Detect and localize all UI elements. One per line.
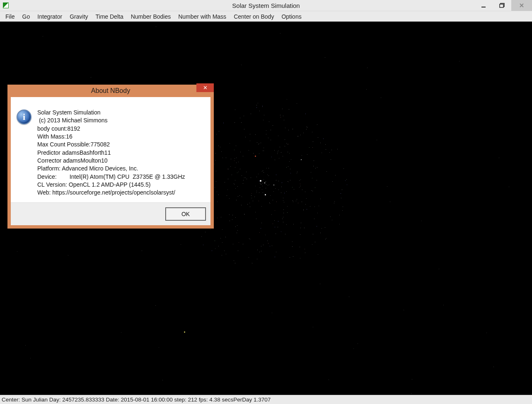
star: [305, 192, 305, 192]
dialog-titlebar[interactable]: About NBody ✕: [7, 85, 214, 97]
star: [412, 379, 412, 380]
star: [241, 122, 242, 123]
star: [280, 33, 281, 34]
star: [311, 190, 312, 191]
about-line-5: Predictor adamsBashforth11: [37, 149, 185, 157]
star: [284, 120, 284, 120]
star: [243, 180, 244, 180]
star: [486, 333, 487, 333]
star: [499, 158, 499, 158]
window-buttons: [474, 0, 532, 11]
star: [272, 313, 272, 313]
star: [269, 202, 270, 203]
star: [261, 251, 261, 251]
minimize-button[interactable]: [474, 0, 493, 11]
star: [216, 181, 216, 182]
menu-number-with-mass[interactable]: Number with Mass: [174, 12, 230, 21]
close-button[interactable]: [511, 0, 532, 11]
star: [43, 36, 43, 37]
star: [287, 99, 287, 100]
star: [305, 249, 305, 249]
star: [318, 137, 318, 138]
star: [291, 159, 291, 160]
menu-integrator[interactable]: Integrator: [34, 12, 66, 21]
star: [223, 123, 224, 123]
star: [307, 127, 307, 127]
star: [237, 173, 237, 173]
menu-options[interactable]: Options: [278, 12, 305, 21]
star: [299, 187, 300, 187]
star: [300, 258, 300, 258]
close-icon: [519, 3, 524, 8]
menu-center-on-body[interactable]: Center on Body: [230, 12, 278, 21]
star: [201, 236, 202, 237]
star: [249, 203, 250, 203]
star: [266, 134, 266, 134]
star: [155, 305, 156, 306]
star: [219, 131, 219, 131]
star: [287, 212, 288, 213]
about-line-3: With Mass:16: [37, 133, 185, 141]
menu-time-delta[interactable]: Time Delta: [92, 12, 127, 21]
menu-gravity[interactable]: Gravity: [66, 12, 92, 21]
star: [281, 231, 281, 232]
star: [300, 180, 301, 180]
menu-number-bodies[interactable]: Number Bodies: [127, 12, 175, 21]
star: [235, 158, 235, 159]
menu-go[interactable]: Go: [19, 12, 34, 21]
star: [282, 183, 282, 183]
ok-button[interactable]: OK: [166, 208, 206, 220]
star: [229, 198, 230, 199]
star: [289, 161, 290, 162]
star: [310, 206, 310, 207]
star: [265, 235, 266, 235]
star: [266, 188, 266, 188]
star: [236, 163, 237, 163]
star: [301, 223, 301, 223]
star: [300, 184, 300, 184]
star: [264, 115, 264, 115]
star: [227, 195, 227, 196]
star: [215, 160, 215, 161]
star: [298, 136, 298, 136]
star: [268, 168, 269, 168]
star: [230, 221, 230, 221]
star: [314, 219, 314, 219]
star: [220, 147, 220, 147]
star: [280, 147, 280, 147]
star: [270, 246, 270, 246]
star: [293, 129, 293, 129]
star: [312, 147, 313, 148]
star: [297, 103, 297, 104]
star: [222, 255, 222, 256]
simulation-canvas[interactable]: About NBody ✕ i Solar System Simulation …: [0, 22, 532, 395]
star: [236, 158, 237, 158]
star: [299, 180, 300, 181]
star: [262, 171, 262, 172]
menu-file[interactable]: File: [2, 12, 19, 21]
star: [269, 122, 269, 122]
maximize-button[interactable]: [493, 0, 511, 11]
star: [314, 207, 315, 207]
star: [297, 199, 297, 200]
star: [272, 246, 272, 246]
star: [214, 164, 215, 164]
star: [227, 169, 228, 169]
about-dialog: About NBody ✕ i Solar System Simulation …: [7, 85, 214, 229]
star: [238, 162, 239, 162]
star: [285, 128, 285, 128]
star: [421, 221, 422, 221]
dialog-close-button[interactable]: ✕: [196, 83, 214, 92]
star: [332, 220, 332, 220]
star: [259, 111, 260, 111]
star: [240, 118, 240, 118]
dialog-body: i Solar System Simulation (c) 2013 Micha…: [11, 97, 210, 202]
star: [250, 207, 250, 207]
star: [309, 147, 310, 148]
star: [236, 200, 237, 200]
star: [387, 186, 387, 187]
star: [312, 244, 312, 245]
star: [264, 151, 264, 151]
star: [281, 192, 281, 193]
star: [121, 332, 121, 333]
